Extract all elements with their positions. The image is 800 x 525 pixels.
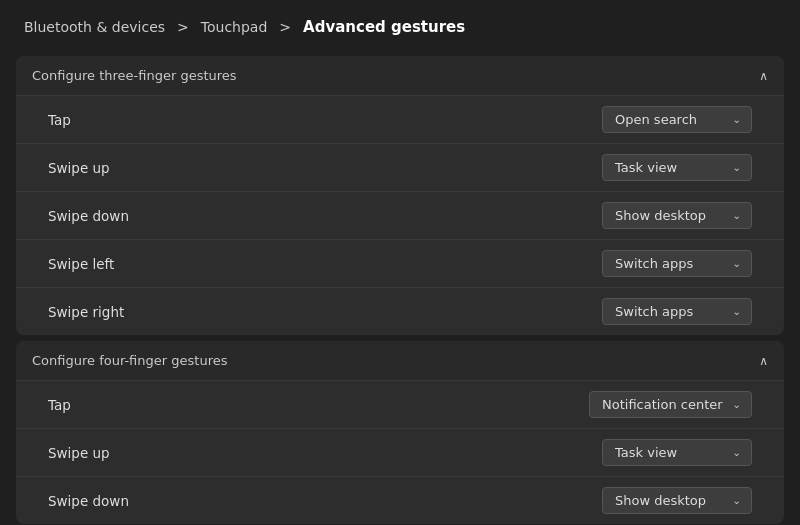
breadcrumb-bluetooth[interactable]: Bluetooth & devices <box>24 19 165 35</box>
four-finger-tap-value: Notification center <box>602 397 723 412</box>
four-finger-swipe-up-value: Task view <box>615 445 677 460</box>
chevron-down-icon: ⌄ <box>733 495 741 506</box>
four-finger-swipe-down-value: Show desktop <box>615 493 706 508</box>
chevron-down-icon: ⌄ <box>733 447 741 458</box>
three-finger-swipe-right-dropdown[interactable]: Switch apps ⌄ <box>602 298 752 325</box>
three-finger-swipe-right-row: Swipe right Switch apps ⌄ <box>16 287 784 335</box>
four-finger-swipe-up-row: Swipe up Task view ⌄ <box>16 428 784 476</box>
chevron-down-icon: ⌄ <box>733 399 741 410</box>
breadcrumb-touchpad[interactable]: Touchpad <box>201 19 268 35</box>
three-finger-swipe-down-row: Swipe down Show desktop ⌄ <box>16 191 784 239</box>
page-title: Advanced gestures <box>303 18 465 36</box>
chevron-down-icon: ⌄ <box>733 210 741 221</box>
three-finger-swipe-up-value: Task view <box>615 160 677 175</box>
three-finger-swipe-right-label: Swipe right <box>48 304 124 320</box>
four-finger-chevron-icon: ∧ <box>759 354 768 368</box>
chevron-down-icon: ⌄ <box>733 306 741 317</box>
three-finger-chevron-icon: ∧ <box>759 69 768 83</box>
three-finger-swipe-left-label: Swipe left <box>48 256 114 272</box>
chevron-down-icon: ⌄ <box>733 258 741 269</box>
breadcrumb-sep1: > <box>177 19 189 35</box>
three-finger-tap-row: Tap Open search ⌄ <box>16 95 784 143</box>
three-finger-swipe-right-value: Switch apps <box>615 304 693 319</box>
three-finger-tap-value: Open search <box>615 112 697 127</box>
four-finger-swipe-up-dropdown[interactable]: Task view ⌄ <box>602 439 752 466</box>
four-finger-swipe-down-label: Swipe down <box>48 493 129 509</box>
three-finger-section-header[interactable]: Configure three-finger gestures ∧ <box>16 56 784 95</box>
three-finger-section-label: Configure three-finger gestures <box>32 68 237 83</box>
four-finger-tap-label: Tap <box>48 397 71 413</box>
three-finger-tap-label: Tap <box>48 112 71 128</box>
three-finger-section: Configure three-finger gestures ∧ Tap Op… <box>16 56 784 335</box>
three-finger-swipe-left-value: Switch apps <box>615 256 693 271</box>
four-finger-section: Configure four-finger gestures ∧ Tap Not… <box>16 341 784 524</box>
four-finger-swipe-down-dropdown[interactable]: Show desktop ⌄ <box>602 487 752 514</box>
three-finger-swipe-up-label: Swipe up <box>48 160 110 176</box>
breadcrumb: Bluetooth & devices > Touchpad > Advance… <box>0 0 800 50</box>
chevron-down-icon: ⌄ <box>733 162 741 173</box>
four-finger-section-header[interactable]: Configure four-finger gestures ∧ <box>16 341 784 380</box>
three-finger-swipe-down-dropdown[interactable]: Show desktop ⌄ <box>602 202 752 229</box>
four-finger-tap-row: Tap Notification center ⌄ <box>16 380 784 428</box>
four-finger-section-label: Configure four-finger gestures <box>32 353 227 368</box>
four-finger-swipe-down-row: Swipe down Show desktop ⌄ <box>16 476 784 524</box>
three-finger-swipe-left-dropdown[interactable]: Switch apps ⌄ <box>602 250 752 277</box>
four-finger-tap-dropdown[interactable]: Notification center ⌄ <box>589 391 752 418</box>
three-finger-swipe-down-label: Swipe down <box>48 208 129 224</box>
three-finger-tap-dropdown[interactable]: Open search ⌄ <box>602 106 752 133</box>
three-finger-swipe-up-row: Swipe up Task view ⌄ <box>16 143 784 191</box>
chevron-down-icon: ⌄ <box>733 114 741 125</box>
breadcrumb-sep2: > <box>279 19 291 35</box>
three-finger-swipe-up-dropdown[interactable]: Task view ⌄ <box>602 154 752 181</box>
four-finger-swipe-up-label: Swipe up <box>48 445 110 461</box>
three-finger-swipe-down-value: Show desktop <box>615 208 706 223</box>
three-finger-swipe-left-row: Swipe left Switch apps ⌄ <box>16 239 784 287</box>
